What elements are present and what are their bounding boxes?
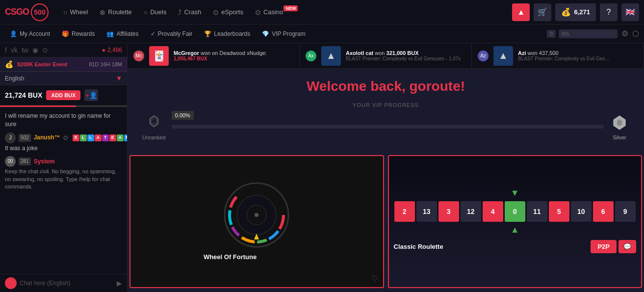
chat-send-button[interactable]: ▶ bbox=[117, 279, 122, 287]
welcome-area: Welcome back, goroute! YOUR VIP PROGRESS… bbox=[128, 69, 644, 155]
event-banner[interactable]: 💰 $200K Easter Event 81D 16H 18M bbox=[0, 57, 127, 72]
nav-wheel[interactable]: ○ Wheel bbox=[58, 5, 93, 19]
ticker-info-3: Azi won 437,500 BLAST Premier: Complexit… bbox=[518, 50, 609, 61]
second-navigation: 👤 My Account 🎁 Rewards 👥 Affiliates ✓ Pr… bbox=[0, 25, 644, 43]
second-nav-right: 0 0% ⚙ ⬡ bbox=[547, 29, 639, 38]
add-bux-button[interactable]: ADD BUX bbox=[46, 90, 80, 100]
chat-message-janush: J 502 Janush™ ◇ E L L A T E A M A bbox=[0, 131, 127, 155]
wheel-of-fortune-card[interactable]: Wheel Of Fortune ♡ bbox=[129, 155, 384, 288]
nav-duels[interactable]: ○ Duels bbox=[139, 5, 172, 19]
nav-crash[interactable]: ⤴ Crash bbox=[173, 5, 206, 19]
vk-icon[interactable]: vk bbox=[11, 46, 18, 54]
crash-nav-icon: ⤴ bbox=[178, 8, 181, 16]
chat-placeholder[interactable]: Chat here (English) bbox=[20, 280, 114, 287]
second-nav-left: 👤 My Account 🎁 Rewards 👥 Affiliates ✓ Pr… bbox=[5, 28, 310, 39]
nav-roulette[interactable]: ⊗ Roulette bbox=[95, 5, 136, 19]
team-letter-e2: E bbox=[109, 134, 116, 141]
instagram-icon[interactable]: ⊙ bbox=[42, 46, 48, 54]
nav-casino-label: Casino bbox=[263, 8, 283, 16]
duels-nav-icon: ○ bbox=[144, 8, 148, 16]
roulette-num-3: 3 bbox=[438, 201, 459, 222]
chat-user-avatar bbox=[5, 277, 17, 289]
discord-icon[interactable]: ◉ bbox=[32, 46, 38, 54]
nav-casino[interactable]: ⊙ Casino NEW bbox=[250, 5, 305, 19]
roulette-num-5: 5 bbox=[549, 201, 569, 222]
chat-bubble-button[interactable]: 💬 bbox=[618, 240, 636, 253]
roulette-num-0-active: 0 bbox=[505, 201, 525, 222]
flag-icon: 🇬🇧 bbox=[625, 7, 635, 17]
nav-wheel-label: Wheel bbox=[70, 8, 88, 16]
roulette-num-10: 10 bbox=[571, 201, 592, 222]
cart-button[interactable]: 🛒 bbox=[534, 3, 551, 21]
logo[interactable]: CSGO 500 bbox=[5, 3, 49, 21]
my-account-link[interactable]: 👤 My Account bbox=[5, 28, 55, 39]
roulette-num-2: 2 bbox=[394, 201, 415, 222]
win-ticker: Mc 🃏 McGregor won on Deadwood xNudge: 1,… bbox=[128, 43, 644, 69]
wheel-favorite-button[interactable]: ♡ bbox=[371, 274, 378, 283]
user-badge-502: 502 bbox=[19, 134, 31, 142]
help-icon: ? bbox=[607, 8, 611, 17]
chat-system-row: 00 281 System bbox=[5, 156, 122, 167]
leaderboards-label: Leaderboards bbox=[214, 30, 250, 37]
ticker-username-1: McGregor bbox=[174, 50, 199, 56]
p2p-button[interactable]: P2P bbox=[591, 240, 617, 253]
roulette-arrow-top: ▼ bbox=[511, 188, 519, 198]
classic-roulette-card[interactable]: ▼ 2 13 3 12 4 0 11 5 10 6 9 bbox=[388, 155, 643, 288]
facebook-icon[interactable]: f bbox=[5, 46, 7, 54]
roulette-numbers: 2 13 3 12 4 0 11 5 10 6 9 bbox=[392, 201, 638, 222]
leaderboards-link[interactable]: 🏆 Leaderboards bbox=[199, 28, 255, 39]
rank-up-button[interactable]: ▲ bbox=[512, 3, 530, 21]
chat-message: I will rename my account to gin name for… bbox=[0, 110, 127, 131]
nav-esports[interactable]: ⊙ eSports bbox=[208, 5, 248, 19]
vip-bar-background bbox=[172, 125, 604, 129]
wheel-nav-icon: ○ bbox=[63, 8, 67, 16]
nav-esports-label: eSports bbox=[221, 8, 243, 16]
main-layout: f vk tw ◉ ⊙ ● 2,486 💰 $200K Easter Event… bbox=[0, 43, 644, 292]
ticker-avatar-axolotl: Ax bbox=[306, 51, 316, 61]
ticker-avatar-mcgregor: Mc bbox=[133, 51, 144, 61]
casino-nav-icon: ⊙ bbox=[255, 8, 261, 16]
win-card-azi: Az ▲ Azi won 437,500 BLAST Premier: Comp… bbox=[472, 43, 644, 68]
balance-amount: 6,271 bbox=[574, 8, 590, 16]
team-letter-m: M bbox=[124, 134, 127, 141]
online-number: 2,486 bbox=[107, 47, 122, 53]
online-count: ● 2,486 bbox=[102, 47, 122, 53]
rewards-link[interactable]: 🎁 Rewards bbox=[57, 28, 100, 39]
diamond-icon: ◇ bbox=[63, 133, 68, 142]
twitter-icon[interactable]: tw bbox=[22, 46, 28, 54]
win-card-mcgregor: Mc 🃏 McGregor won on Deadwood xNudge: 1,… bbox=[128, 43, 300, 68]
affiliates-link[interactable]: 👥 Affiliates bbox=[102, 28, 143, 39]
vip-program-link[interactable]: 💎 VIP Program bbox=[257, 28, 310, 39]
vip-bar-container: 0.00% bbox=[172, 125, 604, 129]
provably-fair-link[interactable]: ✓ Provably Fair bbox=[146, 28, 198, 39]
online-dot: ● bbox=[102, 47, 105, 53]
team-letter-t: T bbox=[102, 134, 109, 141]
language-selector[interactable]: English ▼ bbox=[0, 72, 127, 85]
help-button[interactable]: ? bbox=[600, 3, 618, 21]
bux-amount: 21,724 BUX bbox=[5, 91, 42, 99]
language-button[interactable]: 🇬🇧 bbox=[621, 3, 639, 21]
add-friend-button[interactable]: +👤 bbox=[84, 89, 98, 101]
ticker-game-image-3: ▲ bbox=[493, 46, 513, 66]
event-icon: 💰 bbox=[5, 60, 13, 68]
logout-icon[interactable]: ⬡ bbox=[632, 29, 639, 38]
xp-zero-badge: 0 bbox=[547, 30, 556, 38]
team-tag: E L L A T E A M A bbox=[73, 134, 127, 141]
ticker-username-2: Axolotl cat bbox=[346, 50, 373, 56]
ticker-username-3: Azi bbox=[518, 50, 526, 56]
ticker-info-1: McGregor won on Deadwood xNudge: 1,055,4… bbox=[174, 50, 267, 61]
balance-button[interactable]: 💰 6,271 bbox=[555, 3, 596, 21]
chat-avatar-janush: J bbox=[5, 133, 16, 143]
ticker-game-2: BLAST Premier: Complexity vs Evil Genius… bbox=[346, 56, 461, 61]
silver-label: Silver bbox=[613, 134, 626, 140]
ticker-title-2: Axolotl cat won 321,000 BUX bbox=[346, 50, 461, 56]
team-letter-e: E bbox=[73, 134, 79, 141]
ticker-title-3: Azi won 437,500 bbox=[518, 50, 609, 56]
team-letter-l1: L bbox=[80, 134, 87, 141]
svg-marker-3 bbox=[617, 119, 622, 127]
game-cards-area: Wheel Of Fortune ♡ ▼ 2 13 3 12 4 bbox=[128, 155, 644, 292]
vip-progress-area: Unranked 0.00% bbox=[128, 113, 644, 140]
settings-icon[interactable]: ⚙ bbox=[621, 29, 628, 38]
ticker-amount-1: 1,055,467 BUX bbox=[174, 56, 267, 61]
roulette-num-12: 12 bbox=[461, 201, 481, 222]
